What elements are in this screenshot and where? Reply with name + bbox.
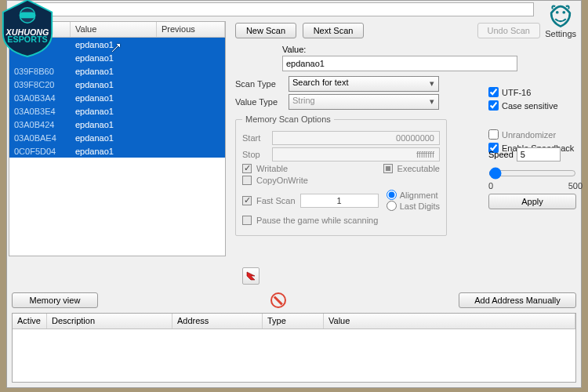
svg-text:ESPORTS: ESPORTS (7, 34, 47, 44)
red-arrow-icon (245, 270, 256, 281)
copyonwrite-check[interactable] (242, 176, 252, 185)
apply-button[interactable]: Apply (488, 194, 576, 209)
prohibit-icon[interactable] (270, 292, 286, 308)
process-input[interactable] (34, 2, 534, 16)
value-input[interactable] (282, 56, 517, 71)
executable-check[interactable] (383, 164, 393, 173)
undo-scan-button: Undo Scan (477, 23, 540, 38)
memory-scan-options: Memory Scan Options Start Stop Writable … (235, 114, 447, 236)
speedhack-panel: Speed 0500 Apply (488, 145, 583, 209)
next-scan-button[interactable]: Next Scan (303, 23, 364, 38)
stop-input (272, 147, 440, 162)
table-row[interactable]: 03A0BAE4epdanao1 (9, 131, 225, 144)
table-row[interactable]: 039F8C20epdanao1 (9, 78, 225, 91)
table-row[interactable]: 03A0B3A4epdanao1 (9, 91, 225, 104)
writable-check[interactable] (242, 164, 252, 173)
memory-view-button[interactable]: Memory view (12, 292, 98, 308)
case-sensitive-checkbox[interactable]: Case sensitive (488, 100, 583, 111)
value-type-select: String (289, 94, 439, 110)
xuhuong-logo: XUHUONG ESPORTS (0, 0, 58, 58)
col-type[interactable]: Type (263, 314, 324, 328)
new-scan-button[interactable]: New Scan (235, 23, 296, 38)
speed-input[interactable] (517, 147, 561, 162)
svg-rect-1 (20, 13, 35, 19)
col-value2[interactable]: Value (324, 314, 575, 328)
table-row[interactable]: 03A0B424epdanao1 (9, 118, 225, 131)
scan-type-select[interactable]: Search for text (289, 76, 439, 92)
last-digits-radio[interactable]: Last Digits (387, 201, 440, 211)
col-description[interactable]: Description (47, 314, 172, 328)
pause-game-check[interactable] (242, 216, 252, 225)
start-input (272, 131, 440, 145)
table-row[interactable]: 0C0F5D04epdanao1 (9, 144, 225, 158)
fast-scan-check[interactable] (242, 196, 252, 205)
svg-point-5 (563, 11, 566, 14)
address-list[interactable]: Active Description Address Type Value (12, 313, 576, 383)
table-row[interactable]: 03A0B3E4epdanao1 (9, 104, 225, 118)
cheat-engine-window: Fou Settings Address Value Previous epda… (6, 0, 582, 388)
col-address2[interactable]: Address (172, 314, 263, 328)
table-row[interactable]: 039F8B60epdanao1 (9, 64, 225, 78)
col-previous[interactable]: Previous (157, 22, 225, 37)
alignment-radio[interactable]: Alignment (387, 190, 440, 200)
col-value[interactable]: Value (71, 22, 157, 37)
speed-slider[interactable] (488, 167, 576, 180)
scan-type-label: Scan Type (235, 79, 284, 89)
value-label: Value: (282, 45, 540, 54)
value-type-label: Value Type (235, 97, 284, 107)
fast-scan-value[interactable] (300, 194, 379, 208)
add-address-manually-button[interactable]: Add Address Manually (459, 292, 576, 308)
unrandomizer-checkbox[interactable]: Unrandomizer (488, 129, 583, 140)
col-active[interactable]: Active (13, 314, 47, 328)
svg-point-4 (556, 11, 559, 14)
utf16-checkbox[interactable]: UTF-16 (488, 87, 583, 97)
add-to-list-button[interactable] (242, 267, 260, 285)
